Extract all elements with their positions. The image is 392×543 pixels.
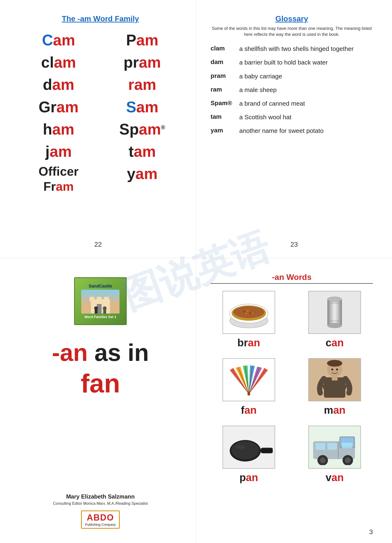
image-van — [308, 426, 361, 469]
image-pan — [222, 426, 275, 469]
image-can — [308, 291, 361, 334]
image-grid: bran — [210, 291, 373, 483]
svg-point-50 — [320, 458, 326, 463]
svg-point-21 — [327, 297, 342, 302]
abdo-logo: ABDO Publishing Company — [81, 510, 120, 529]
word-yam-y: y — [127, 165, 136, 182]
word-spam-sp: Sp — [119, 121, 139, 138]
svg-point-18 — [249, 312, 251, 314]
image-card-van: van — [297, 426, 373, 483]
svg-rect-46 — [342, 443, 352, 448]
man-svg — [316, 359, 354, 400]
svg-point-16 — [254, 311, 256, 313]
an-words-title: -an Words — [272, 272, 312, 282]
svg-rect-2 — [97, 297, 102, 302]
bran-svg — [227, 294, 270, 330]
word-pram-pr: pr — [124, 54, 139, 71]
page-22: The -am Word Family Cam Pam clam pram da… — [0, 0, 196, 258]
an-words-header-container: -an Words — [210, 272, 373, 284]
word-cam: Cam — [19, 30, 98, 50]
word-dam-d: d — [43, 76, 52, 93]
glossary-row-pram: pram a baby carriage — [210, 72, 373, 80]
heading-as-in: as in — [94, 339, 149, 366]
word-clam-am: am — [54, 54, 76, 71]
bran-red: an — [248, 337, 260, 348]
svg-point-42 — [236, 445, 245, 449]
page-bottom-right: -an Words — [196, 258, 392, 543]
image-card-bran: bran — [210, 291, 287, 349]
image-card-fan: fan — [210, 358, 287, 416]
word-ram-r: ram — [128, 76, 156, 93]
word-clam: clam — [19, 53, 98, 72]
image-bran — [222, 291, 275, 334]
book-cover: SandCastle — [74, 277, 127, 325]
castle-svg — [84, 292, 117, 314]
word-tam-am: am — [134, 143, 156, 160]
bottom-section: SandCastle — [0, 258, 392, 543]
pan-svg — [225, 429, 273, 465]
glossary-def-spam: a brand of canned meat — [239, 99, 373, 108]
word-gram: Gram — [19, 97, 98, 117]
word-label-pan: pan — [239, 472, 258, 483]
top-section: The -am Word Family Cam Pam clam pram da… — [0, 0, 392, 258]
glossary-row-ram: ram a male sheep — [210, 86, 373, 94]
man-red: an — [333, 404, 345, 416]
fan-black: f — [241, 404, 244, 416]
svg-point-52 — [345, 458, 351, 463]
author-name: Mary Elizabeth Salzmann — [53, 493, 148, 500]
fan-svg — [227, 361, 270, 399]
image-card-can: can — [297, 291, 373, 349]
word-ham-h: h — [43, 121, 52, 138]
glossary-row-clam: clam a shellfish with two shells hinged … — [210, 45, 373, 53]
van-svg — [311, 429, 358, 465]
bran-black: br — [237, 337, 248, 348]
word-jam-am: am — [50, 143, 72, 160]
svg-point-5 — [94, 306, 98, 310]
word-pram: pram — [103, 53, 182, 72]
svg-rect-23 — [328, 303, 341, 303]
word-jam: jam — [19, 142, 98, 162]
word-label-can: can — [326, 337, 344, 349]
page-22-number: 22 — [94, 241, 102, 248]
svg-point-19 — [252, 312, 254, 313]
can-black: c — [326, 337, 331, 348]
fan-word-large: fan — [81, 368, 120, 398]
glossary-row-yam: yam another name for sweet potato — [210, 127, 373, 135]
publishing-text: Publishing Company — [85, 523, 116, 526]
image-man — [308, 358, 361, 401]
word-dam: dam — [19, 75, 98, 95]
editor-text: Consulting Editor Monica Marx, M.A./Read… — [53, 501, 148, 506]
svg-point-33 — [327, 360, 342, 367]
can-svg — [323, 294, 347, 330]
svg-point-7 — [103, 306, 107, 310]
word-spam: Spam® — [103, 119, 182, 139]
glossary-def-clam: a shellfish with two shells hinged toget… — [239, 45, 373, 53]
glossary-def-dam: a barrier built to hold back water — [239, 58, 373, 67]
svg-rect-35 — [332, 376, 337, 380]
svg-point-36 — [331, 368, 333, 370]
glossary-term-pram: pram — [210, 72, 239, 79]
svg-point-14 — [246, 310, 249, 312]
book-title: SandCastle — [89, 284, 112, 289]
author-section: Mary Elizabeth Salzmann Consulting Edito… — [53, 493, 148, 529]
word-fram-am: am — [56, 180, 74, 193]
svg-point-12 — [233, 306, 264, 318]
pan-black: p — [239, 472, 246, 483]
word-officer-fram: OfficerFram — [19, 164, 98, 194]
glossary-term-ram: ram — [210, 86, 239, 93]
glossary-term-spam: Spam® — [210, 99, 239, 107]
glossary-table: clam a shellfish with two shells hinged … — [210, 45, 373, 135]
man-black: m — [324, 404, 333, 416]
svg-rect-6 — [95, 310, 97, 314]
page-23-number: 23 — [290, 241, 298, 248]
image-fan — [222, 358, 275, 401]
an-words-heading: -an as in — [52, 339, 149, 366]
heading-dash-an: -an — [52, 339, 88, 366]
word-jam-j: j — [45, 143, 50, 160]
word-label-fan: fan — [241, 404, 257, 416]
glossary-def-pram: a baby carriage — [239, 72, 373, 80]
word-ram: ram — [103, 75, 182, 95]
word-tam: tam — [103, 142, 182, 162]
glossary-term-clam: clam — [210, 45, 239, 52]
word-gram-gr: Gr — [39, 98, 57, 116]
